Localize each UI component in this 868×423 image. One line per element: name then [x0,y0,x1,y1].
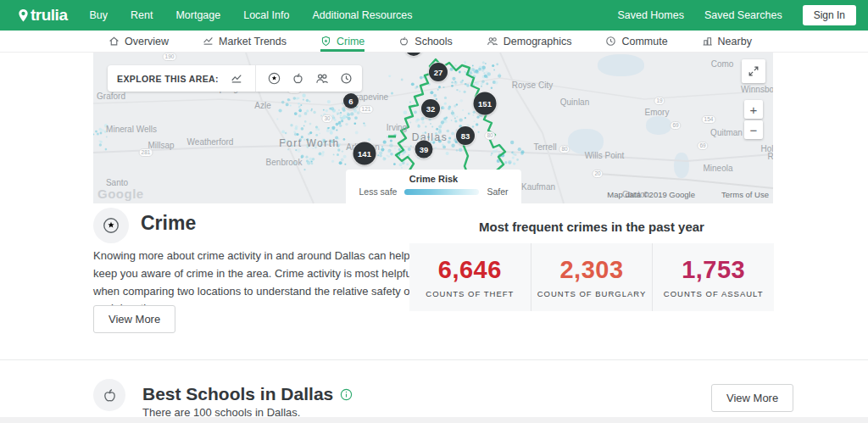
crime-stats-title: Most frequent crimes in the past year [409,220,774,234]
map-route-shield: 30 [321,114,332,123]
map-place-label: Mineral Wells [106,125,157,134]
crime-marker[interactable]: 151 [474,92,497,115]
map-place-label: R [767,152,773,161]
nav-link-additional-resources[interactable]: Additional Resources [312,9,412,21]
map-place-label: Fort Worth [279,137,339,149]
nav-link-mortgage[interactable]: Mortgage [175,9,220,21]
tab-label: Schools [415,36,452,47]
map-place-label: Millsap [147,141,174,150]
tab-label: Overview [125,36,169,47]
crime-stats-panel: 6,646 COUNTS OF THEFT 2,303 COUNTS OF BU… [409,243,774,311]
map-place-label: Azle [254,101,270,110]
nav-link-buy[interactable]: Buy [89,9,108,21]
map-place-label: Kaufman [521,182,555,192]
tab-nearby[interactable]: Nearby [702,31,752,52]
google-watermark: Google [97,186,144,201]
crime-marker[interactable]: 83 [456,126,475,145]
clock-icon[interactable] [340,72,353,85]
crime-marker[interactable]: 27 [429,63,448,81]
schools-view-more-button[interactable]: View More [711,384,793,412]
legend-title: Crime Risk [346,174,521,184]
chart-icon [203,36,214,47]
shield-icon[interactable] [268,72,281,85]
top-header: trulia Buy Rent Mortgage Local Info Addi… [0,0,868,31]
map-route-shield: 281 [139,148,153,157]
crime-marker[interactable]: 39 [415,141,433,159]
saved-homes-link[interactable]: Saved Homes [617,9,684,21]
info-icon[interactable] [340,388,353,401]
tab-schools[interactable]: Schools [398,31,452,52]
tab-overview[interactable]: Overview [108,31,169,52]
crime-section-title: Crime [141,212,196,235]
stat-label: COUNTS OF THEFT [426,289,514,298]
section-divider [0,359,868,360]
map-route-shield: 19 [654,97,665,105]
fullscreen-button[interactable] [742,59,765,83]
schools-section-badge [93,379,125,411]
crime-section-badge [93,208,129,243]
tab-label: Nearby [718,36,752,47]
home-icon [108,36,120,47]
map-place-label: Graford [97,92,125,101]
chart-icon[interactable] [230,73,243,85]
zoom-out-button[interactable]: − [744,120,763,139]
terms-of-use-link[interactable]: Terms of Use [721,190,769,199]
map-route-shield: 80 [559,145,570,153]
stat-value: 6,646 [438,256,502,284]
map-place-label: Weatherford [187,137,234,147]
stat-value: 1,753 [682,256,745,284]
crime-marker[interactable]: 6 [343,93,359,109]
explore-area-toolbar: EXPLORE THIS AREA: [108,65,362,92]
local-info-tab-bar: Overview Market Trends Crime Schools Dem… [0,31,868,53]
map-route-shield: 121 [359,105,374,114]
toolbar-divider [255,65,256,92]
logo-text: trulia [31,6,67,25]
saved-searches-link[interactable]: Saved Searches [704,9,782,21]
crime-risk-legend: Crime Risk Less safe Safer [346,170,521,203]
crime-marker[interactable]: 141 [353,142,376,165]
map-attribution: Map data ©2019 Google [607,190,695,199]
map-place-label: Winnsboro [741,85,773,94]
map-place-label: Mineola [703,164,732,173]
buildings-icon [702,36,713,47]
map-route-shield: 69 [697,142,708,150]
stat-assault: 1,753 COUNTS OF ASSAULT [652,243,774,311]
zoom-in-button[interactable]: + [744,100,763,119]
legend-safer: Safer [487,186,508,197]
people-icon[interactable] [315,72,329,85]
map-route-shield: 80 [484,131,495,140]
stat-label: COUNTS OF ASSAULT [664,289,764,298]
apple-icon [398,36,409,47]
map-place-label: Wills Point [585,151,625,160]
tab-label: Crime [337,36,364,47]
apple-icon [102,387,118,404]
map-place-label: Terrell [533,142,556,152]
stat-burglary: 2,303 COUNTS OF BURGLARY [531,243,653,311]
map-place-label: Quitman [710,128,743,137]
main-nav: Buy Rent Mortgage Local Info Additional … [89,9,412,21]
tab-commute[interactable]: Commute [605,31,667,52]
trulia-logo[interactable]: trulia [17,6,67,25]
stat-value: 2,303 [559,256,623,284]
header-right: Saved Homes Saved Searches Sign In [617,5,856,25]
people-icon [487,36,498,47]
map-route-shield: 20 [592,170,603,178]
map-place-label: Dallas [412,131,448,143]
tab-crime[interactable]: Crime [320,31,364,52]
stat-theft: 6,646 COUNTS OF THEFT [409,243,531,311]
legend-less-safe: Less safe [359,186,397,197]
map-pin-icon [17,8,30,23]
map-place-label: Como [711,59,734,69]
tab-demographics[interactable]: Demographics [487,31,572,52]
sign-in-button[interactable]: Sign In [803,5,856,25]
nav-link-local-info[interactable]: Local Info [243,9,289,21]
map[interactable]: EXPLORE THIS AREA: Crime Risk Less safe … [93,53,773,203]
apple-icon[interactable] [292,72,304,85]
crime-marker[interactable]: 32 [421,99,440,118]
nav-link-rent[interactable]: Rent [131,9,153,21]
map-route-shield: 69 [670,121,681,130]
crime-view-more-button[interactable]: View More [93,305,175,333]
tab-market-trends[interactable]: Market Trends [203,31,287,52]
map-place-label: Irving [387,123,407,132]
map-route-shield: 190 [163,53,177,61]
